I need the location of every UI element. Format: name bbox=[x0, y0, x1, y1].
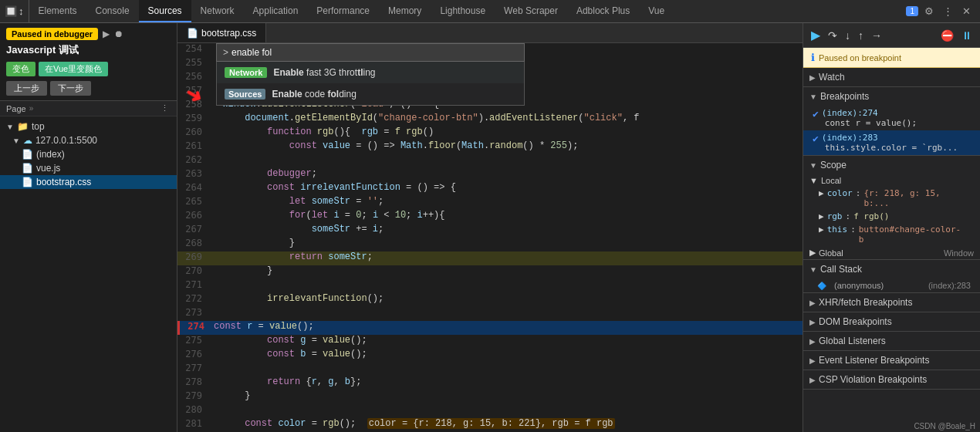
dom-label: DOM Breakpoints bbox=[819, 316, 892, 327]
tree-item-vue[interactable]: 📄 vue.js bbox=[0, 161, 177, 175]
cs-icon: 🔷 bbox=[817, 282, 826, 290]
js-file-icon: 📄 bbox=[22, 163, 33, 174]
info-icon: ℹ bbox=[811, 52, 815, 63]
dropdown-text-sources: Enable code folding bbox=[272, 89, 356, 100]
dropdown-list: Network Enable fast 3G throttling Source… bbox=[216, 62, 525, 106]
global-section-header[interactable]: ▶ Global Listeners bbox=[803, 332, 980, 350]
command-input[interactable] bbox=[231, 47, 518, 58]
global-label: Global bbox=[819, 248, 843, 258]
bp-checkbox-2[interactable]: ✔ bbox=[813, 133, 819, 144]
csp-label: CSP Violation Breakpoints bbox=[819, 374, 927, 385]
scope-label: Scope bbox=[820, 160, 847, 170]
callstack-section-header[interactable]: ▼ Call Stack bbox=[803, 260, 980, 278]
file-tree: ▼ 📁 top ▼ ☁ 127.0.0.1:5500 📄 (index) 📄 v… bbox=[0, 116, 177, 432]
tab-adblock[interactable]: Adblock Plus bbox=[567, 0, 639, 22]
dom-section-header[interactable]: ▶ DOM Breakpoints bbox=[803, 312, 980, 331]
csdn-badge: CSDN @Boale_H bbox=[914, 422, 975, 430]
scope-section-header[interactable]: ▼ Scope bbox=[803, 156, 980, 174]
tree-label-vue: vue.js bbox=[36, 163, 60, 174]
event-listener-label: Event Listener Breakpoints bbox=[819, 355, 929, 366]
breakpoints-label: Breakpoints bbox=[820, 91, 869, 102]
scope-expand-icon: ▼ bbox=[809, 161, 817, 170]
tree-item-top[interactable]: ▼ 📁 top bbox=[0, 120, 177, 133]
tab-lighthouse[interactable]: Lighthouse bbox=[431, 0, 495, 22]
tab-network[interactable]: Network bbox=[191, 0, 244, 22]
bp-item-2[interactable]: ✔ (index):283 this.style.color = `rgb... bbox=[803, 130, 980, 155]
html-file-icon: 📄 bbox=[22, 149, 33, 160]
cs-expand-icon: ▼ bbox=[809, 265, 817, 274]
tab-webscraper[interactable]: Web Scraper bbox=[495, 0, 567, 22]
dom-expand-icon: ▶ bbox=[809, 318, 816, 326]
cs-item-anonymous[interactable]: 🔷 (anonymous) (index):283 bbox=[803, 278, 980, 292]
dropdown-item-sources[interactable]: Sources Enable code folding bbox=[217, 83, 524, 105]
expand-this-icon: ▶ bbox=[819, 224, 824, 245]
tab-memory[interactable]: Memory bbox=[379, 0, 431, 22]
event-expand-icon: ▶ bbox=[809, 356, 816, 365]
step-btn[interactable]: → bbox=[868, 28, 885, 43]
xhr-expand-icon: ▶ bbox=[809, 299, 816, 307]
bp-location-2: (index):283 bbox=[822, 133, 958, 143]
pause-on-exception-btn[interactable]: ⏸ bbox=[958, 28, 975, 43]
tab-vue[interactable]: Vue bbox=[639, 0, 674, 22]
step-into-btn[interactable]: ↓ bbox=[842, 28, 853, 43]
step-out-btn[interactable]: ↑ bbox=[855, 28, 867, 43]
css-tab-icon: 📄 bbox=[187, 28, 198, 39]
window-label: Window bbox=[944, 248, 974, 258]
tree-item-bootstrap[interactable]: 📄 bootstrap.css bbox=[0, 175, 177, 189]
global-expand-icon: ▶ bbox=[809, 248, 816, 258]
more-options-icon[interactable]: ⋮ bbox=[159, 103, 171, 113]
resume-btn[interactable]: ▶ bbox=[808, 26, 823, 44]
record-icon: ⏺ bbox=[114, 29, 123, 39]
scope-color[interactable]: ▶ color: {r: 218, g: 15, b:... bbox=[803, 187, 980, 210]
global-listen-expand-icon: ▶ bbox=[809, 337, 816, 346]
tab-performance[interactable]: Performance bbox=[307, 0, 379, 22]
prev-button[interactable]: 上一步 bbox=[6, 81, 47, 96]
event-section-header[interactable]: ▶ Event Listener Breakpoints bbox=[803, 351, 980, 370]
bp-location-1: (index):274 bbox=[822, 108, 917, 118]
expand-rgb-icon: ▶ bbox=[819, 211, 824, 221]
step-over-btn[interactable]: ↷ bbox=[825, 28, 840, 43]
bp-item-1[interactable]: ✔ (index):274 const r = value(); bbox=[803, 106, 980, 130]
tree-item-index[interactable]: 📄 (index) bbox=[0, 147, 177, 161]
tab-sources[interactable]: Sources bbox=[139, 0, 191, 22]
csp-section-header[interactable]: ▶ CSP Violation Breakpoints bbox=[803, 370, 980, 389]
color-button[interactable]: 变色 bbox=[6, 62, 35, 76]
right-panel: ▶ ↷ ↓ ↑ → ⛔ ⏸ ℹ Paused on breakpoint ▶ W… bbox=[803, 23, 980, 432]
next-button[interactable]: 下一步 bbox=[50, 81, 91, 96]
tab-application[interactable]: Application bbox=[244, 0, 308, 22]
cursor-icon: ↕ bbox=[19, 5, 24, 17]
settings-icon[interactable]: ⚙ bbox=[921, 3, 937, 19]
more-icon[interactable]: ⋮ bbox=[940, 3, 956, 19]
cloud-icon: ☁ bbox=[23, 135, 32, 146]
file-tree-header: Page » ⋮ bbox=[0, 101, 177, 116]
code-tab-bootstrap[interactable]: 📄 bootstrap.css bbox=[177, 23, 266, 42]
dropdown-item-network[interactable]: Network Enable fast 3G throttling bbox=[217, 62, 524, 83]
local-label: Local bbox=[821, 176, 841, 185]
bp-expand-icon: ▼ bbox=[809, 93, 817, 101]
global-listeners-label: Global Listeners bbox=[819, 336, 886, 346]
tree-item-server[interactable]: ▼ ☁ 127.0.0.1:5500 bbox=[0, 133, 177, 147]
xhr-section-header[interactable]: ▶ XHR/fetch Breakpoints bbox=[803, 293, 980, 312]
input-prompt: > bbox=[223, 47, 228, 58]
sources-badge: Sources bbox=[225, 89, 265, 100]
tree-label-index: (index) bbox=[36, 149, 65, 160]
tab-elements[interactable]: Elements bbox=[29, 0, 86, 22]
bp-code-2: this.style.color = `rgb... bbox=[822, 143, 958, 153]
bp-checkbox-1[interactable]: ✔ bbox=[813, 108, 819, 120]
watch-section-header[interactable]: ▶ Watch bbox=[803, 68, 980, 86]
paused-message: ℹ Paused on breakpoint bbox=[803, 48, 980, 68]
vue-button[interactable]: 在Vue里变颜色 bbox=[39, 62, 108, 76]
breakpoints-content: ✔ (index):274 const r = value(); ✔ (inde… bbox=[803, 106, 980, 155]
local-expand-icon: ▼ bbox=[809, 176, 818, 185]
network-badge: Network bbox=[225, 67, 267, 78]
play-icon: ▶ bbox=[103, 29, 110, 39]
scope-rgb[interactable]: ▶ rgb: f rgb() bbox=[803, 210, 980, 223]
deactivate-bp-btn[interactable]: ⛔ bbox=[938, 28, 957, 43]
csp-expand-icon: ▶ bbox=[809, 376, 816, 384]
scope-this[interactable]: ▶ this: button#change-color-b bbox=[803, 223, 980, 246]
breakpoints-section-header[interactable]: ▼ Breakpoints bbox=[803, 87, 980, 106]
tab-console[interactable]: Console bbox=[86, 0, 139, 22]
close-icon[interactable]: ✕ bbox=[959, 3, 974, 19]
folder-icon: 📁 bbox=[17, 121, 29, 132]
expand-icon: ▶ bbox=[809, 73, 816, 82]
